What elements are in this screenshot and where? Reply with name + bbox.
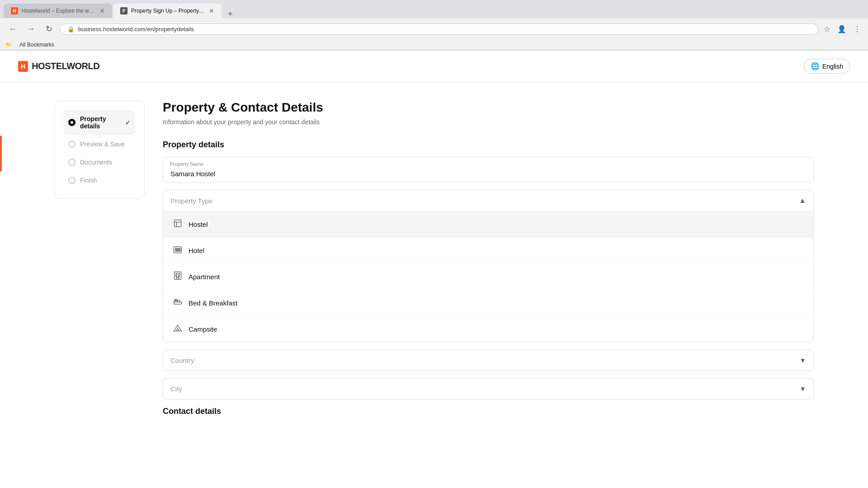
page: H HOSTELWORLD 🌐 English Property details… — [0, 51, 868, 434]
sidebar-label-property-details: Property details — [80, 115, 120, 130]
svg-rect-4 — [175, 249, 177, 250]
extensions-button[interactable]: ⋮ — [852, 23, 863, 35]
city-select[interactable]: City ▼ — [163, 378, 814, 399]
apartment-icon — [172, 271, 183, 282]
dropdown-header[interactable]: Property Type ▲ — [163, 190, 813, 211]
hotel-label: Hotel — [189, 247, 204, 254]
svg-rect-5 — [177, 249, 179, 250]
logo-box: H — [18, 61, 28, 72]
svg-rect-16 — [174, 302, 182, 304]
bookmark-bar: 📁 All Bookmarks — [0, 40, 868, 50]
apartment-label: Apartment — [189, 273, 220, 281]
svg-rect-7 — [175, 250, 177, 252]
hotel-icon — [172, 245, 183, 256]
language-label: English — [822, 63, 843, 70]
address-bar: ← → ↻ 🔒 business.hostelworld.com/en/prop… — [0, 18, 868, 40]
dropdown-list: Hostel Hotel Apartment — [163, 211, 813, 342]
radio-empty-icon-finish — [68, 177, 75, 184]
tab-close-hostelworld[interactable]: ✕ — [99, 7, 105, 14]
campsite-label: Campsite — [189, 325, 217, 333]
dropdown-item-hostel[interactable]: Hostel — [163, 211, 813, 238]
hostel-label: Hostel — [189, 221, 208, 228]
svg-rect-8 — [177, 250, 179, 252]
new-tab-button[interactable]: + — [224, 10, 236, 18]
svg-point-17 — [175, 299, 176, 300]
browser-actions: ☆ 👤 ⋮ — [822, 23, 863, 35]
globe-icon: 🌐 — [811, 62, 820, 70]
url-text: business.hostelworld.com/en/propertydeta… — [78, 26, 811, 33]
language-button[interactable]: 🌐 English — [804, 59, 850, 74]
radio-empty-icon-docs — [68, 159, 75, 166]
bookmark-folder-icon: 📁 — [5, 42, 12, 48]
dropdown-item-bnb[interactable]: Bed & Breakfast — [163, 290, 813, 316]
country-placeholder: Country — [170, 357, 194, 364]
svg-rect-3 — [174, 247, 182, 253]
hostel-icon — [172, 219, 183, 230]
svg-rect-10 — [175, 272, 181, 280]
section-property-title: Property details — [163, 140, 814, 150]
dropdown-item-apartment[interactable]: Apartment — [163, 264, 813, 290]
sidebar-item-property-details[interactable]: Property details ✓ — [64, 110, 135, 135]
svg-rect-9 — [179, 250, 180, 252]
tab-title-property: Property Sign Up – Property an... — [131, 8, 205, 14]
left-accent-bar — [0, 136, 2, 172]
section-contact-title: Contact details — [163, 407, 814, 416]
forward-button[interactable]: → — [24, 22, 38, 36]
bookmark-all-label[interactable]: All Bookmarks — [19, 42, 54, 48]
property-name-input[interactable] — [163, 157, 814, 183]
campsite-icon — [172, 324, 183, 335]
sidebar-item-preview-save[interactable]: Preview & Save — [64, 135, 135, 153]
sidebar-card: Property details ✓ Preview & Save Docume… — [54, 100, 145, 199]
profile-button[interactable]: 👤 — [835, 23, 848, 35]
svg-rect-6 — [179, 249, 180, 250]
chevron-up-icon: ▲ — [799, 197, 806, 205]
url-lock-icon: 🔒 — [67, 26, 75, 33]
back-button[interactable]: ← — [5, 22, 20, 36]
tab-hostelworld[interactable]: H Hostelworld – Explore the worl... ✕ — [4, 4, 112, 18]
tab-close-property[interactable]: ✕ — [209, 7, 214, 14]
page-title: Property & Contact Details — [163, 100, 814, 115]
svg-rect-12 — [179, 273, 180, 275]
check-icon: ✓ — [125, 119, 131, 126]
page-subtitle: Information about your property and your… — [163, 118, 814, 126]
tab-favicon-hostelworld: H — [11, 7, 18, 14]
svg-rect-11 — [176, 273, 177, 275]
city-placeholder: City — [170, 385, 182, 393]
sidebar: Property details ✓ Preview & Save Docume… — [54, 100, 145, 416]
country-select[interactable]: Country ▼ — [163, 350, 814, 371]
sidebar-label-finish: Finish — [80, 177, 97, 184]
bookmark-button[interactable]: ☆ — [822, 23, 832, 35]
sidebar-label-preview-save: Preview & Save — [80, 141, 125, 148]
svg-rect-0 — [175, 220, 181, 227]
bnb-label: Bed & Breakfast — [189, 299, 237, 307]
svg-rect-15 — [177, 277, 179, 279]
radio-filled-icon — [68, 119, 75, 126]
country-select-wrapper: Country ▼ — [163, 350, 814, 371]
logo-text: HOSTELWORLD — [32, 61, 99, 71]
tab-property-signup[interactable]: P Property Sign Up – Property an... ✕ — [113, 4, 222, 18]
property-name-field: Property Name — [163, 157, 814, 183]
city-select-wrapper: City ▼ — [163, 378, 814, 399]
main-content: Property details ✓ Preview & Save Docume… — [0, 82, 868, 434]
sidebar-label-documents: Documents — [80, 159, 112, 166]
bnb-icon — [172, 297, 183, 309]
dropdown-placeholder: Property Type — [170, 197, 212, 205]
url-bar[interactable]: 🔒 business.hostelworld.com/en/propertyde… — [60, 23, 818, 35]
browser-chrome: H Hostelworld – Explore the worl... ✕ P … — [0, 0, 868, 51]
browser-tabs: H Hostelworld – Explore the worl... ✕ P … — [0, 0, 868, 18]
tab-title-hostelworld: Hostelworld – Explore the worl... — [22, 8, 96, 14]
svg-rect-13 — [176, 276, 177, 277]
radio-empty-icon — [68, 141, 75, 148]
chevron-down-city-icon: ▼ — [799, 385, 806, 393]
svg-rect-14 — [179, 276, 180, 277]
refresh-button[interactable]: ↻ — [42, 22, 56, 36]
form-area: Property & Contact Details Information a… — [163, 100, 814, 416]
chevron-down-country-icon: ▼ — [799, 357, 806, 364]
tab-favicon-property: P — [120, 7, 127, 14]
site-header: H HOSTELWORLD 🌐 English — [0, 51, 868, 82]
sidebar-item-finish[interactable]: Finish — [64, 171, 135, 189]
sidebar-item-documents[interactable]: Documents — [64, 153, 135, 171]
dropdown-item-hotel[interactable]: Hotel — [163, 238, 813, 264]
property-type-dropdown[interactable]: Property Type ▲ Hostel Hotel — [163, 190, 814, 343]
dropdown-item-campsite[interactable]: Campsite — [163, 316, 813, 342]
